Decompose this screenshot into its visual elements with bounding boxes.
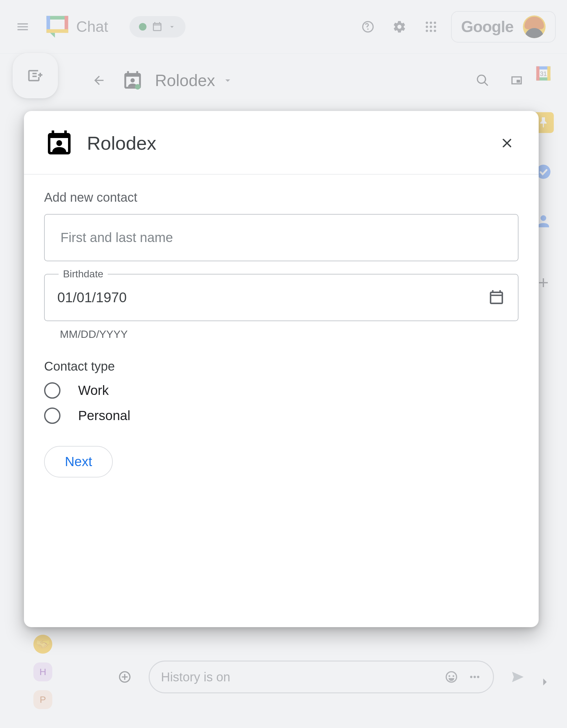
radio-label: Personal [78, 408, 130, 423]
birthdate-label: Birthdate [59, 268, 108, 280]
modal-close-button[interactable] [496, 132, 518, 154]
birthdate-value: 01/01/1970 [57, 290, 481, 305]
radio-icon [44, 382, 61, 399]
close-icon [500, 136, 514, 150]
next-button[interactable]: Next [44, 446, 113, 477]
contact-type-radio-work[interactable]: Work [44, 382, 518, 399]
modal-body: Add new contact Birthdate 01/01/1970 MM/… [24, 175, 539, 493]
contact-type-label: Contact type [44, 359, 518, 373]
modal-header: Rolodex [24, 111, 539, 175]
birthdate-helper: MM/DD/YYYY [60, 328, 518, 340]
rolodex-app-icon [44, 128, 74, 158]
rolodex-modal: Rolodex Add new contact Birthdate 01/01/… [24, 111, 539, 627]
radio-icon [44, 407, 61, 424]
svg-point-25 [56, 140, 62, 146]
form-section-label: Add new contact [44, 190, 518, 205]
calendar-picker-icon[interactable] [488, 289, 505, 306]
radio-label: Work [78, 383, 109, 398]
contact-type-radio-personal[interactable]: Personal [44, 407, 518, 424]
modal-title: Rolodex [87, 132, 156, 154]
birthdate-field[interactable]: Birthdate 01/01/1970 [44, 274, 518, 321]
name-input[interactable] [44, 214, 518, 261]
